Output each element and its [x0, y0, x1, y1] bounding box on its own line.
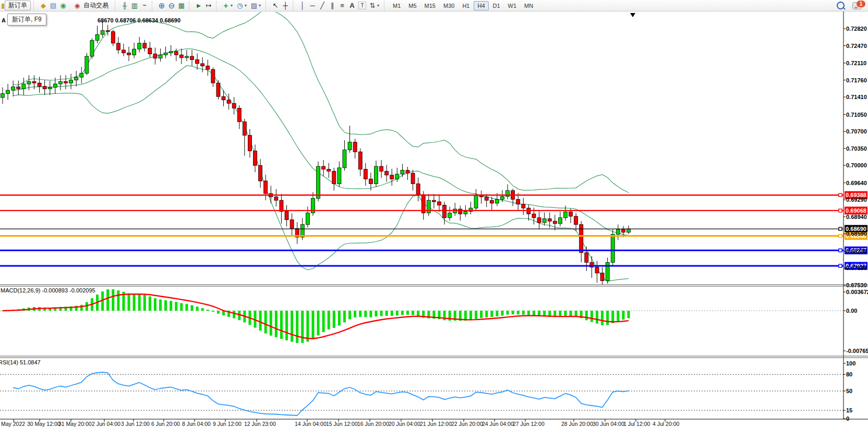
- crosshair-icon[interactable]: ┼: [281, 1, 290, 10]
- indicators-dropdown[interactable]: +▾: [221, 1, 235, 10]
- candle-body: [569, 212, 573, 216]
- news-icon[interactable]: ▤: [49, 1, 58, 10]
- periods-dropdown-caret[interactable]: ▾: [245, 3, 249, 8]
- toolbar-separator: [152, 1, 155, 10]
- indicators-dropdown-caret[interactable]: ▾: [231, 3, 235, 8]
- timeframe-m5-button[interactable]: M5: [405, 1, 420, 10]
- auto-scroll-icon[interactable]: ▶: [194, 1, 203, 10]
- candle-body: [542, 219, 546, 223]
- trend-line-icon[interactable]: ╱: [318, 1, 327, 10]
- candle-body: [179, 55, 183, 58]
- tile-windows-icon[interactable]: ▦: [177, 1, 186, 10]
- macd-bar: [391, 311, 393, 316]
- candlestick-chart-icon[interactable]: ▥: [130, 1, 139, 10]
- toolbar-separator: [189, 1, 192, 10]
- candle-body: [48, 88, 52, 89]
- horizontal-line-icon[interactable]: ─: [308, 1, 317, 10]
- text-label-icon[interactable]: T: [358, 2, 366, 9]
- candle-body: [401, 170, 404, 174]
- macd-bar: [133, 294, 136, 311]
- cursor-icon[interactable]: ↖: [271, 1, 280, 10]
- macd-bar: [585, 311, 588, 320]
- macd-bar: [196, 307, 199, 311]
- new-order-button[interactable]: 新订单: [5, 1, 31, 10]
- time-axis-label: 9 Jun 12:00: [213, 421, 242, 427]
- gold-bars-icon[interactable]: ◆: [39, 1, 48, 10]
- ohlc-readout: 68670 0.68706 0.68634 0.68690: [98, 17, 180, 23]
- candle-body: [174, 52, 178, 55]
- macd-bar: [296, 311, 298, 343]
- macd-bar: [348, 311, 351, 320]
- macd-bar: [185, 304, 188, 311]
- autotrade-button-label: 自动交易: [83, 1, 108, 10]
- candle-body: [380, 166, 383, 171]
- macd-bar: [338, 311, 341, 326]
- macd-bar: [512, 311, 514, 314]
- notifications-icon[interactable]: 1: [852, 2, 862, 9]
- time-axis-label: 6 Jun 20:00: [151, 421, 180, 427]
- candle-body: [621, 229, 625, 233]
- price-level-handle[interactable]: [839, 249, 842, 252]
- arrows-icon[interactable]: ⇅: [368, 1, 377, 10]
- macd-bar: [333, 311, 335, 328]
- candle-body: [132, 49, 136, 55]
- macd-bar: [490, 311, 493, 317]
- candle-body: [38, 83, 41, 87]
- timeframe-mn-button[interactable]: MN: [521, 1, 537, 10]
- timeframe-m1-button[interactable]: M1: [389, 1, 404, 10]
- text-icon[interactable]: A: [347, 1, 357, 10]
- macd-bar: [311, 311, 314, 339]
- price-axis-label: 0.70000: [846, 162, 867, 168]
- arrows-dropdown-caret[interactable]: ▾: [377, 3, 381, 8]
- macd-bar: [627, 311, 630, 318]
- timeframe-m30-button[interactable]: M30: [440, 1, 458, 10]
- zoom-out-icon[interactable]: ⊖: [167, 1, 176, 10]
- templates-icon[interactable]: ▨: [249, 1, 259, 10]
- periods-dropdown[interactable]: ◷▾: [235, 1, 249, 10]
- macd-bar: [496, 311, 498, 316]
- timeframe-m15-button[interactable]: M15: [421, 1, 439, 10]
- price-level-handle[interactable]: [839, 235, 842, 238]
- autotrade-button[interactable]: ◉ 自动交易: [69, 1, 112, 10]
- signal-icon[interactable]: ◉: [58, 1, 68, 10]
- candle-body: [374, 166, 378, 184]
- price-axis-label: 0.72470: [846, 43, 867, 49]
- candle-body: [537, 218, 541, 223]
- candle-body: [27, 81, 31, 84]
- price-level-handle[interactable]: [839, 193, 842, 197]
- zoom-in-icon[interactable]: ⊕: [157, 1, 166, 10]
- arrows-dropdown[interactable]: ⇅▾: [368, 1, 381, 10]
- clipped-toolbar-icon: ▮: [1, 1, 4, 10]
- timeframe-d1-button[interactable]: D1: [489, 1, 504, 10]
- templates-dropdown-caret[interactable]: ▾: [259, 3, 263, 8]
- candle-body: [222, 96, 225, 100]
- periods-icon[interactable]: ◷: [235, 1, 245, 10]
- macd-bar: [417, 311, 419, 316]
- line-chart-icon[interactable]: ~: [140, 1, 149, 10]
- vertical-line-icon[interactable]: │: [298, 1, 307, 10]
- candle-body: [500, 197, 504, 200]
- chart-shift-icon[interactable]: ↦: [204, 1, 213, 10]
- fibonacci-icon[interactable]: ≡: [337, 1, 347, 10]
- candle-body: [416, 184, 420, 195]
- macd-bar: [270, 311, 272, 336]
- price-level-handle[interactable]: [839, 227, 842, 230]
- timeframe-h4-button[interactable]: H4: [474, 1, 488, 10]
- templates-dropdown[interactable]: ▨▾: [249, 1, 263, 10]
- macd-bar: [143, 295, 146, 311]
- candle-body: [75, 77, 78, 80]
- price-level-handle[interactable]: [839, 209, 842, 212]
- timeframe-w1-button[interactable]: W1: [504, 1, 521, 10]
- equidistant-channel-icon[interactable]: ∥: [328, 1, 337, 10]
- candle-body: [290, 219, 294, 228]
- timeframe-h1-button[interactable]: H1: [459, 1, 473, 10]
- candle-body: [448, 213, 452, 217]
- price-level-handle[interactable]: [839, 264, 842, 267]
- time-axis-label: 16 Jun 20:00: [357, 421, 389, 427]
- indicators-icon[interactable]: +: [221, 1, 231, 10]
- bar-chart-icon[interactable]: ╫: [120, 1, 129, 10]
- macd-bar: [364, 311, 367, 317]
- chart-canvas[interactable]: 0.693880.690680.686900.685460.682470.679…: [0, 0, 868, 428]
- chart-background[interactable]: [0, 11, 868, 428]
- search-icon[interactable]: [837, 2, 845, 9]
